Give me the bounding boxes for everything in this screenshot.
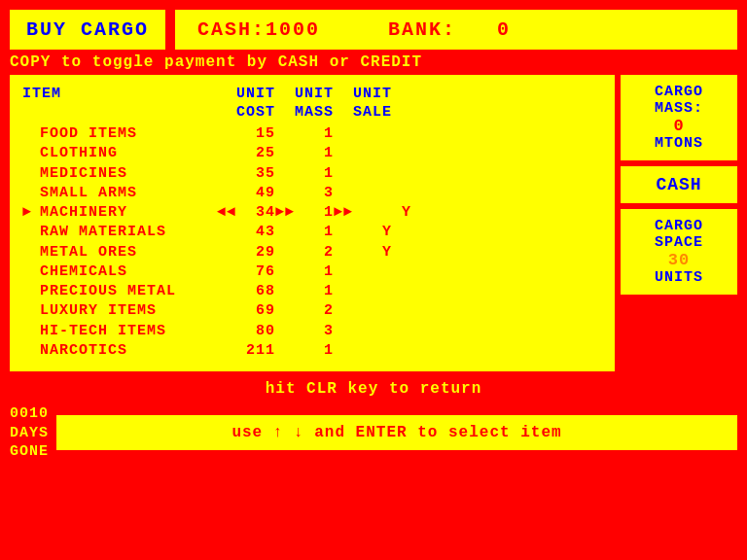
cash-panel-label: CASH: [631, 175, 727, 194]
cargo-space-panel: CARGO SPACE 30 UNITS: [621, 209, 737, 295]
selected-arrow: ►: [22, 203, 40, 223]
row-cost: 35: [217, 164, 275, 184]
col-item-spacer: [22, 104, 217, 121]
row-sale: Y: [353, 203, 411, 223]
right-arrow2-icon: ►►: [334, 203, 353, 223]
days-counter: 0010 DAYS GONE: [10, 404, 49, 462]
cargo-mass-value: 0: [631, 117, 727, 135]
row-selector: [22, 184, 40, 203]
row-name: MACHINERY: [40, 203, 217, 223]
bank-label: BANK:: [388, 18, 456, 41]
row-mass: 3: [275, 322, 334, 341]
screen: BUY CARGO CASH:1000 BANK: 0 COPY to togg…: [0, 0, 747, 560]
row-selector: [22, 243, 40, 262]
row-name: FOOD ITEMS: [40, 124, 217, 144]
row-name: RAW MATERIALS: [40, 223, 217, 242]
row-mass: 3: [275, 184, 334, 203]
right-arrow-icon: ►►: [275, 203, 289, 223]
top-bar: BUY CARGO CASH:1000 BANK: 0: [10, 10, 737, 50]
col-sale-sub: SALE: [334, 104, 392, 121]
col-cost-sub: COST: [217, 104, 275, 121]
row-cost: 80: [217, 322, 275, 341]
row-cost: 29: [217, 243, 275, 262]
cash-panel: CASH: [621, 166, 737, 203]
cargo-mass-sub: MASS:: [631, 100, 727, 117]
row-selector: [22, 341, 40, 361]
row-cost: 43: [217, 223, 275, 242]
cargo-mass-title: CARGO: [631, 84, 727, 100]
table-row-selected[interactable]: ► MACHINERY ◄◄ 34 ►► 1 ►► Y: [22, 203, 602, 223]
row-mass: 1: [275, 341, 334, 361]
row-cost: 34: [231, 203, 275, 223]
row-cost: 15: [217, 124, 275, 144]
row-sale: Y: [334, 223, 392, 242]
row-mass: 1: [275, 262, 334, 282]
table-row[interactable]: MEDICINES 35 1: [22, 164, 602, 184]
row-selector: [22, 282, 40, 301]
row-name: SMALL ARMS: [40, 184, 217, 203]
row-name: MEDICINES: [40, 164, 217, 184]
row-selector: [22, 322, 40, 341]
row-selector: [22, 262, 40, 282]
row-cost: 68: [217, 282, 275, 301]
table-row[interactable]: PRECIOUS METAL 68 1: [22, 282, 602, 301]
col-unit-mass-label: UNIT: [275, 86, 334, 102]
row-mass: 2: [275, 301, 334, 321]
table-row[interactable]: LUXURY ITEMS 69 2: [22, 301, 602, 321]
cargo-space-sub: SPACE: [631, 234, 727, 251]
days-gone-label: GONE: [10, 442, 49, 462]
row-mass: 1: [275, 282, 334, 301]
row-mass: 1: [275, 124, 334, 144]
cash-label: CASH:: [197, 18, 266, 41]
right-panels: CARGO MASS: 0 MTONS CASH CARGO SPACE 30 …: [621, 75, 737, 371]
cargo-space-unit: UNITS: [631, 269, 727, 286]
cargo-mass-unit: MTONS: [631, 135, 727, 152]
table-row[interactable]: NARCOTICS 211 1: [22, 341, 602, 361]
days-count: 0010: [10, 404, 49, 424]
buy-cargo-button[interactable]: BUY CARGO: [10, 10, 165, 50]
row-selector: [22, 124, 40, 144]
table-row[interactable]: CLOTHING 25 1: [22, 144, 602, 163]
table-header: ITEM UNIT UNIT UNIT: [22, 86, 602, 102]
table-row[interactable]: SMALL ARMS 49 3: [22, 184, 602, 203]
row-name: LUXURY ITEMS: [40, 301, 217, 321]
days-label: DAYS: [10, 424, 49, 443]
row-name: NARCOTICS: [40, 341, 217, 361]
bank-value: 0: [497, 18, 511, 41]
row-selector: [22, 223, 40, 242]
bottom-row: 0010 DAYS GONE use ↑ ↓ and ENTER to sele…: [10, 404, 737, 462]
left-arrow-icon: ◄◄: [217, 203, 231, 223]
row-selector: [22, 144, 40, 163]
copy-line: COPY to toggle payment by CASH or CREDIT: [10, 53, 737, 71]
cash-value: 1000: [266, 18, 320, 41]
cash-bank-display: CASH:1000 BANK: 0: [175, 10, 737, 50]
row-mass: 1: [289, 203, 334, 223]
row-cost: 211: [217, 341, 275, 361]
row-sale: Y: [334, 243, 392, 262]
row-name: CHEMICALS: [40, 262, 217, 282]
table-row[interactable]: METAL ORES 29 2 Y: [22, 243, 602, 262]
table-subheader: COST MASS SALE: [22, 104, 602, 121]
col-unit-cost-label: UNIT: [217, 86, 275, 102]
cargo-space-title: CARGO: [631, 218, 727, 234]
row-cost: 49: [217, 184, 275, 203]
bottom-area: hit CLR key to return 0010 DAYS GONE use…: [10, 377, 737, 462]
table-row[interactable]: CHEMICALS 76 1: [22, 262, 602, 282]
table-row[interactable]: HI-TECH ITEMS 80 3: [22, 322, 602, 341]
row-mass: 1: [275, 164, 334, 184]
row-cost: 25: [217, 144, 275, 163]
row-name: CLOTHING: [40, 144, 217, 163]
col-unit-sale-label: UNIT: [334, 86, 392, 102]
row-cost: 69: [217, 301, 275, 321]
cargo-space-value: 30: [631, 251, 727, 269]
table-row[interactable]: RAW MATERIALS 43 1 Y: [22, 223, 602, 242]
main-area: ITEM UNIT UNIT UNIT COST MASS SALE FOOD …: [10, 75, 737, 371]
row-selector: [22, 164, 40, 184]
col-item-label: ITEM: [22, 86, 217, 102]
col-mass-sub: MASS: [275, 104, 334, 121]
row-name: METAL ORES: [40, 243, 217, 262]
clr-line: hit CLR key to return: [10, 377, 737, 401]
table-row[interactable]: FOOD ITEMS 15 1: [22, 124, 602, 144]
table-panel: ITEM UNIT UNIT UNIT COST MASS SALE FOOD …: [10, 75, 615, 371]
row-mass: 1: [275, 144, 334, 163]
